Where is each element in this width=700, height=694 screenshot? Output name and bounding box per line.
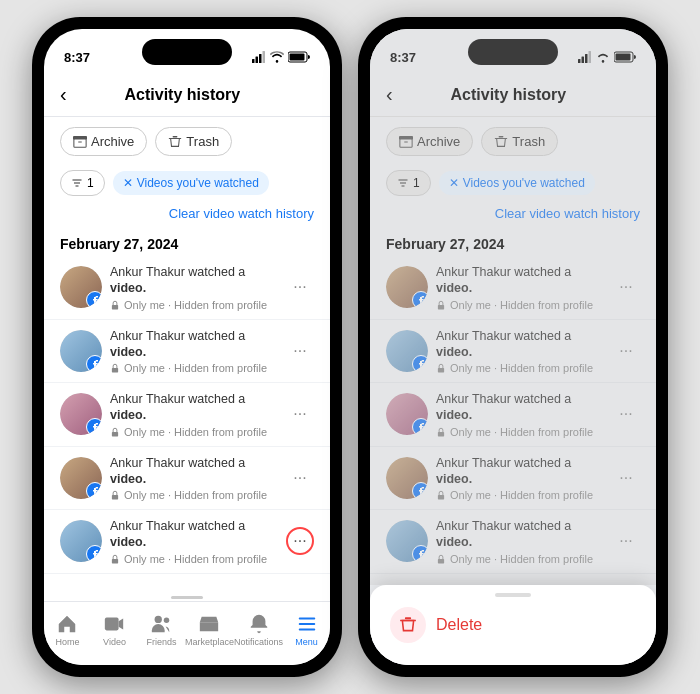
video-icon-left xyxy=(103,613,125,635)
nav-marketplace-left[interactable]: Marketplace xyxy=(185,613,234,647)
fb-badge-5-left xyxy=(86,545,102,562)
nav-menu-left[interactable]: Menu xyxy=(283,613,330,647)
nav-friends-left[interactable]: Friends xyxy=(138,613,185,647)
more-button-5-right[interactable]: ··· xyxy=(612,527,640,555)
sheet-handle xyxy=(495,593,531,597)
svg-rect-28 xyxy=(616,54,631,61)
lock-icon-3 xyxy=(110,427,120,437)
lock-icon-r2 xyxy=(436,363,446,373)
tabs-area-left: Archive Trash xyxy=(44,117,330,164)
svg-rect-29 xyxy=(400,138,412,147)
activity-text-1-left: Ankur Thakur watched a video. xyxy=(110,264,278,297)
more-button-1-right[interactable]: ··· xyxy=(612,273,640,301)
archive-tab-left[interactable]: Archive xyxy=(60,127,147,156)
svg-rect-38 xyxy=(438,495,444,499)
fb-badge-5-right xyxy=(412,545,428,562)
bottom-nav-left: Home Video Friends Marketplace Notificat… xyxy=(44,601,330,665)
trash-tab-left[interactable]: Trash xyxy=(155,127,232,156)
more-button-2-left[interactable]: ··· xyxy=(286,337,314,365)
back-button-right[interactable]: ‹ xyxy=(386,83,393,106)
svg-rect-0 xyxy=(252,59,255,63)
date-header-left: February 27, 2024 xyxy=(44,228,330,256)
archive-tab-right[interactable]: Archive xyxy=(386,127,473,156)
svg-rect-14 xyxy=(112,432,118,436)
clear-history-link-right[interactable]: Clear video watch history xyxy=(495,206,640,221)
svg-rect-12 xyxy=(112,305,118,309)
avatar-2-right xyxy=(386,330,428,372)
clear-history-link-left[interactable]: Clear video watch history xyxy=(169,206,314,221)
fb-badge-1-left xyxy=(86,291,102,308)
left-screen: 8:37 xyxy=(44,29,330,665)
fb-badge-2-right xyxy=(412,355,428,372)
activity-item-4-left: Ankur Thakur watched a video. Only me · … xyxy=(44,447,330,511)
fb-badge-4-right xyxy=(412,482,428,499)
svg-rect-1 xyxy=(256,57,259,64)
avatar-5-right xyxy=(386,520,428,562)
filter-row-right: 1 ✕ Videos you've watched xyxy=(370,164,656,202)
activity-item-1-right: Ankur Thakur watched a video. Only me · … xyxy=(370,256,656,320)
delete-button[interactable]: Delete xyxy=(390,607,482,643)
activity-text-3-right: Ankur Thakur watched a video. xyxy=(436,391,604,424)
avatar-3-left xyxy=(60,393,102,435)
back-button-left[interactable]: ‹ xyxy=(60,83,67,106)
activity-item-3-left: Ankur Thakur watched a video. Only me · … xyxy=(44,383,330,447)
nav-video-left[interactable]: Video xyxy=(91,613,138,647)
delete-trash-icon xyxy=(399,616,417,634)
more-button-4-left[interactable]: ··· xyxy=(286,464,314,492)
svg-rect-3 xyxy=(263,51,266,63)
battery-icon-right xyxy=(614,51,636,63)
activity-content-1-right: Ankur Thakur watched a video. Only me · … xyxy=(428,264,612,311)
page-title-right: Activity history xyxy=(401,86,616,104)
avatar-4-right xyxy=(386,457,428,499)
filter-number-right[interactable]: 1 xyxy=(386,170,431,196)
avatar-1-right xyxy=(386,266,428,308)
more-button-2-right[interactable]: ··· xyxy=(612,337,640,365)
filter-chip-left[interactable]: ✕ Videos you've watched xyxy=(113,171,269,195)
bell-icon-left xyxy=(248,613,270,635)
svg-rect-13 xyxy=(112,368,118,372)
left-phone: 8:37 xyxy=(32,17,342,677)
filter-icon-left xyxy=(71,177,83,189)
status-icons-right xyxy=(578,51,636,63)
lock-icon-r3 xyxy=(436,427,446,437)
activity-content-4-left: Ankur Thakur watched a video. Only me · … xyxy=(102,455,286,502)
svg-rect-24 xyxy=(582,57,585,64)
svg-rect-22 xyxy=(298,628,315,630)
trash-tab-right[interactable]: Trash xyxy=(481,127,558,156)
trash-icon-right xyxy=(494,135,508,149)
lock-icon-r1 xyxy=(436,300,446,310)
filter-row-left: 1 ✕ Videos you've watched xyxy=(44,164,330,202)
more-button-3-left[interactable]: ··· xyxy=(286,400,314,428)
battery-icon-left xyxy=(288,51,310,63)
nav-header-left: ‹ Activity history xyxy=(44,73,330,117)
avatar-1-left xyxy=(60,266,102,308)
svg-rect-21 xyxy=(298,623,315,625)
more-button-4-right[interactable]: ··· xyxy=(612,464,640,492)
svg-rect-2 xyxy=(259,54,262,63)
lock-icon-4 xyxy=(110,490,120,500)
activity-content-4-right: Ankur Thakur watched a video. Only me · … xyxy=(428,455,612,502)
signal-icon-right xyxy=(578,51,592,63)
marketplace-icon-left xyxy=(198,613,220,635)
nav-home-left[interactable]: Home xyxy=(44,613,91,647)
home-icon-left xyxy=(56,613,78,635)
more-button-1-left[interactable]: ··· xyxy=(286,273,314,301)
more-button-5-left[interactable]: ··· xyxy=(286,527,314,555)
trash-icon-left xyxy=(168,135,182,149)
avatar-2-left xyxy=(60,330,102,372)
activity-meta-4-left: Only me · Hidden from profile xyxy=(110,489,278,501)
more-button-3-right[interactable]: ··· xyxy=(612,400,640,428)
nav-notifications-left[interactable]: Notifications xyxy=(234,613,283,647)
wifi-icon-left xyxy=(270,51,284,63)
filter-chip-right[interactable]: ✕ Videos you've watched xyxy=(439,171,595,195)
archive-icon-left xyxy=(73,135,87,149)
delete-label: Delete xyxy=(436,616,482,634)
lock-icon xyxy=(110,300,120,310)
filter-number-left[interactable]: 1 xyxy=(60,170,105,196)
svg-rect-23 xyxy=(578,59,581,63)
activity-meta-4-right: Only me · Hidden from profile xyxy=(436,489,604,501)
activity-content-2-right: Ankur Thakur watched a video. Only me · … xyxy=(428,328,612,375)
svg-rect-5 xyxy=(290,54,305,61)
fb-badge-3-left xyxy=(86,418,102,435)
dynamic-island-right xyxy=(468,39,558,65)
